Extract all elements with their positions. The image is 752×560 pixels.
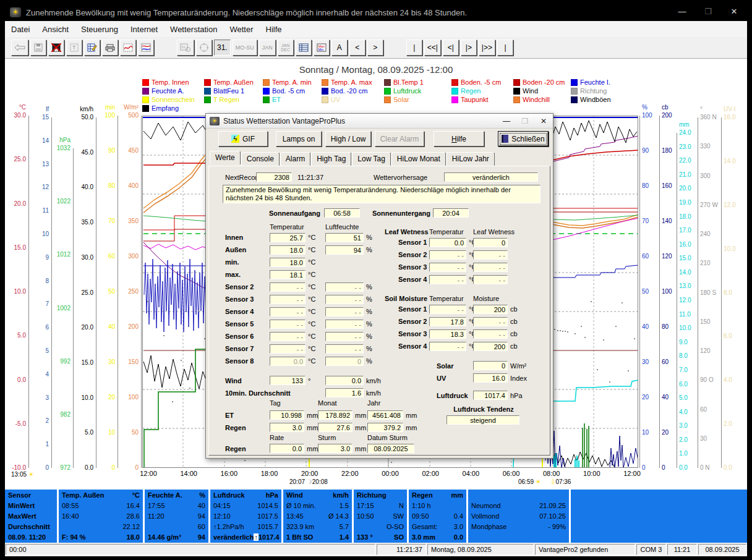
cell-value: 18.0 xyxy=(127,532,140,543)
chart-multi-button[interactable] xyxy=(138,40,154,56)
delete-save-button[interactable] xyxy=(48,40,64,56)
legend-color-swatch xyxy=(513,88,520,95)
dialog-label: % xyxy=(366,308,372,315)
tab-hilow-jahr[interactable]: HiLow Jahr xyxy=(446,152,495,166)
rec-first-button[interactable]: | xyxy=(406,40,422,56)
back-button[interactable] xyxy=(11,40,28,56)
tick-mm-12.0: 12.0 xyxy=(679,297,707,303)
axis-line-°C xyxy=(28,116,29,468)
tick-°C-20.0: 20.0 xyxy=(0,200,26,207)
maxmin-button[interactable]: MaxMin xyxy=(314,40,330,56)
gif-button[interactable]: ϟGIF xyxy=(218,131,268,146)
status-dialog: ☀ Status Wetterstation VantageProPlus — … xyxy=(205,113,553,459)
close-icon[interactable]: ✕ xyxy=(721,4,747,21)
tab-alarm[interactable]: Alarm xyxy=(280,152,310,166)
menu-item-wetterstation[interactable]: Wetterstation xyxy=(164,25,223,34)
table-view-button[interactable] xyxy=(296,40,312,56)
save-button[interactable] xyxy=(30,40,46,56)
tick-UV-I-10.0: 10.0 xyxy=(724,245,752,252)
leaf-wet-2: - - xyxy=(473,250,508,260)
dialog-label: Index xyxy=(510,375,527,382)
month-view-button[interactable]: JAN xyxy=(259,40,276,56)
clear-alarm-button[interactable]: Clear Alarm xyxy=(375,131,424,146)
temp-field-au-en: 18.0 xyxy=(270,245,306,255)
edit-table-button[interactable] xyxy=(84,40,100,56)
cell-label: Durchschnitt xyxy=(8,522,50,532)
cell-label: 04:15 xyxy=(213,501,231,511)
tick-W/m²-450: 450 xyxy=(113,147,139,154)
chart-day-button[interactable] xyxy=(120,40,136,56)
menu-item-datei[interactable]: Datei xyxy=(5,25,36,34)
axis-line-hPa xyxy=(73,148,74,468)
table-icon xyxy=(299,43,309,52)
schliessen-button[interactable]: Schließen xyxy=(498,131,549,146)
cell-label: 14.46 g/m³ xyxy=(148,532,181,543)
rec-next-button[interactable]: |> xyxy=(461,40,477,56)
dialog-icon: ☀ xyxy=(210,117,220,125)
menu-item-internet[interactable]: Internet xyxy=(124,25,164,34)
week-view-button[interactable]: MO-SU xyxy=(233,40,257,56)
year-view-button[interactable]: JAN DEC xyxy=(278,40,294,56)
legend-label: Temp. Außen xyxy=(213,78,254,86)
legend-color-swatch xyxy=(322,96,328,103)
print-button[interactable] xyxy=(102,40,118,56)
minimize-icon[interactable]: — xyxy=(669,4,695,21)
auto-button[interactable]: A xyxy=(331,40,348,56)
tab-high-tag[interactable]: High Tag xyxy=(311,152,351,166)
rec-last-button[interactable]: | xyxy=(497,40,513,56)
temp-field-min-: 18.0 xyxy=(270,258,306,267)
legend-color-swatch xyxy=(322,88,328,95)
cell-label: 17:15 xyxy=(357,501,374,511)
dialog-label: Sensor 1 xyxy=(398,305,427,313)
high-low-button[interactable]: High / Low xyxy=(325,131,371,146)
cell-value: 16.4 xyxy=(127,501,140,511)
hilfe-button[interactable]: Hilfe xyxy=(434,131,484,146)
legend-label: Bl.Temp 1 xyxy=(393,78,424,86)
tab-werte[interactable]: Werte xyxy=(210,151,241,164)
tick-°C-30.0: 30.0 xyxy=(0,112,26,119)
summary-row: 22.12 xyxy=(62,522,140,532)
legend-color-swatch xyxy=(142,105,149,112)
menu-item-hilfe[interactable]: Hilfe xyxy=(260,25,288,34)
rec-fast-next-button[interactable]: |>> xyxy=(479,40,495,56)
rec-next-button-label: |> xyxy=(466,43,472,52)
high-low-button-label: High / Low xyxy=(331,135,366,143)
tab-low-tag[interactable]: Low Tag xyxy=(352,152,390,166)
legend-item-bod-5-cm: Bod. -5 cm xyxy=(263,87,322,95)
axis-unit-hPa: hPa xyxy=(48,137,70,143)
temp-field-sensor-4: - - xyxy=(270,307,306,316)
dialog-maximize-icon[interactable]: ❒ xyxy=(516,117,534,125)
summary-row: Gesamt:3.0 xyxy=(412,522,463,532)
summary-row xyxy=(574,501,744,511)
summary-row: 16:4028.6 xyxy=(62,511,140,522)
next-button[interactable]: > xyxy=(367,40,383,56)
arrow-left-icon xyxy=(14,44,25,51)
dialog-minimize-icon[interactable]: — xyxy=(497,117,516,125)
compass-button[interactable] xyxy=(196,40,212,56)
menu-item-wetter[interactable]: Wetter xyxy=(223,25,259,34)
rec-fast-prev-button[interactable]: <<| xyxy=(424,40,441,56)
auto-button-label: A xyxy=(337,43,342,52)
tab-console[interactable]: Console xyxy=(241,152,280,166)
text-view-button[interactable]: T xyxy=(66,40,82,56)
cell-label: Vollmond xyxy=(471,511,499,522)
summary-col-regen: Regenmm1:10 h09:500.4Gesamt:3.03.0 mm0.0 xyxy=(409,490,466,543)
x-tick-9: 06:00 xyxy=(498,470,525,477)
dialog-label: Temperatur xyxy=(270,223,304,231)
legend-item-luftdruck: Luftdruck xyxy=(384,87,451,95)
maximize-icon[interactable]: ❒ xyxy=(695,4,721,21)
tick-W/m²-150: 150 xyxy=(113,358,139,365)
menu-item-ansicht[interactable]: Ansicht xyxy=(36,25,75,34)
dialog-label: mm xyxy=(406,424,417,431)
date-clock-button[interactable]: 31 xyxy=(177,40,194,56)
day-view-button[interactable]: 31. xyxy=(214,40,231,56)
rec-prev-button[interactable]: <| xyxy=(443,40,459,56)
tick-mm-10.0: 10.0 xyxy=(679,325,707,331)
menu-item-steuerung[interactable]: Steuerung xyxy=(75,25,124,34)
tab-hilow-monat[interactable]: HiLow Monat xyxy=(391,152,446,166)
dialog-close-icon[interactable]: ✕ xyxy=(534,117,553,125)
dialog-label: ° xyxy=(308,377,310,384)
tick-lf-8: 8 xyxy=(23,278,49,284)
lamps-on-button[interactable]: Lamps on xyxy=(276,131,322,146)
prev-button[interactable]: < xyxy=(349,40,365,56)
